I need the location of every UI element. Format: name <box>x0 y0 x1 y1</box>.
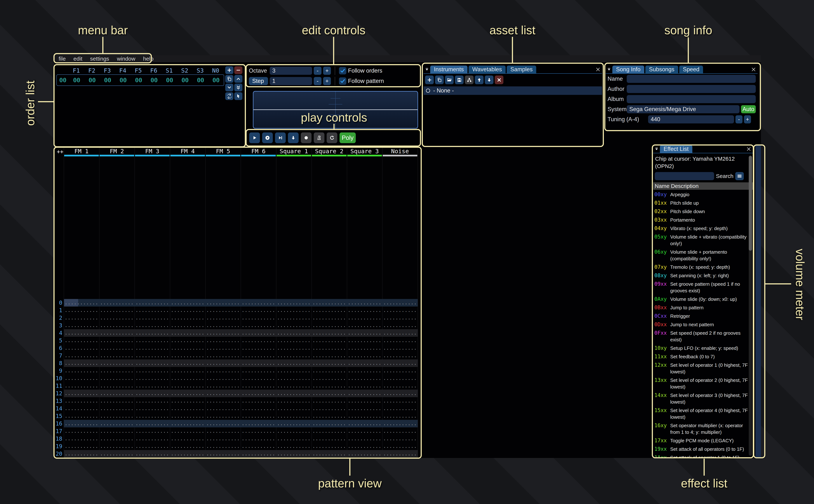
pattern-cell[interactable]: ........... <box>205 382 241 390</box>
pattern-cell[interactable]: ........... <box>64 375 99 382</box>
pattern-cell[interactable]: ........... <box>241 397 276 405</box>
pattern-cell[interactable]: ........... <box>170 359 205 367</box>
duplicate-order-end-button[interactable] <box>234 84 242 91</box>
pattern-cell[interactable]: ........... <box>347 344 382 352</box>
pattern-cell[interactable]: ........... <box>135 427 170 435</box>
pattern-cell[interactable]: ........... <box>205 375 241 382</box>
tab-song-info[interactable]: Song Info <box>612 66 644 73</box>
follow-orders-checkbox[interactable] <box>339 67 346 74</box>
pattern-cell[interactable]: ........... <box>64 314 99 322</box>
pattern-cell[interactable]: ........... <box>311 367 347 375</box>
tuning-increase-button[interactable]: + <box>744 115 751 123</box>
pattern-cell[interactable]: ........... <box>135 382 170 390</box>
scrollbar[interactable] <box>749 155 752 456</box>
pattern-row[interactable]: 18......................................… <box>55 435 418 442</box>
pattern-cell[interactable]: ........... <box>99 390 135 397</box>
pattern-cell[interactable]: ........... <box>347 352 382 359</box>
pattern-cell[interactable]: ........... <box>241 390 276 397</box>
tuning-input[interactable]: 440 <box>648 115 734 123</box>
pattern-cell[interactable]: ........... <box>276 412 311 420</box>
pattern-cell[interactable]: ........... <box>276 420 311 427</box>
system-input[interactable]: Sega Genesis/Mega Drive <box>627 105 740 113</box>
pattern-cell[interactable]: ........... <box>347 390 382 397</box>
move-order-down-button[interactable] <box>225 84 233 91</box>
order-cell[interactable]: 00 <box>131 77 146 84</box>
pattern-cell[interactable]: ........... <box>241 405 276 412</box>
pattern-cell[interactable]: ........... <box>276 337 311 344</box>
pattern-corner-button[interactable]: ++ <box>57 148 63 155</box>
pattern-cell[interactable]: ........... <box>241 375 276 382</box>
pattern-row[interactable]: 10......................................… <box>55 375 418 382</box>
pattern-row[interactable]: 8.......................................… <box>55 359 418 367</box>
album-input[interactable] <box>627 95 756 103</box>
pattern-row[interactable]: 15......................................… <box>55 412 418 420</box>
pattern-cell[interactable]: ........... <box>347 405 382 412</box>
pattern-cell[interactable]: ........... <box>276 405 311 412</box>
collapse-window-icon[interactable] <box>653 145 660 153</box>
pattern-cell[interactable]: ........... <box>99 322 135 329</box>
channel-header-noise[interactable]: Noise <box>382 148 418 155</box>
pattern-cell[interactable]: ........... <box>241 314 276 322</box>
pattern-cell[interactable]: ........... <box>64 458 99 458</box>
pattern-cell[interactable]: ........... <box>64 367 99 375</box>
pattern-cell[interactable]: ........... <box>311 382 347 390</box>
order-cell[interactable]: 00 <box>69 77 84 84</box>
pattern-cell[interactable]: ........... <box>382 442 418 450</box>
pattern-cell[interactable]: ........... <box>311 435 347 442</box>
pattern-row[interactable]: 14......................................… <box>55 405 418 412</box>
pattern-row[interactable]: 6.......................................… <box>55 344 418 352</box>
pattern-cell[interactable]: ........... <box>99 382 135 390</box>
pattern-cell[interactable]: ........... <box>170 420 205 427</box>
step-decrease-button[interactable]: - <box>314 77 321 85</box>
pattern-cell[interactable]: ........... <box>276 397 311 405</box>
play-from-beginning-button[interactable] <box>262 132 273 143</box>
pattern-cell[interactable]: ........... <box>99 337 135 344</box>
pattern-cell[interactable]: ........... <box>382 352 418 359</box>
pattern-cell[interactable]: ........... <box>99 307 135 314</box>
effect-search-input[interactable] <box>655 172 714 180</box>
pattern-cell[interactable]: ........... <box>276 322 311 329</box>
pattern-row[interactable]: 21......................................… <box>55 458 418 458</box>
pattern-cell[interactable]: ........... <box>311 375 347 382</box>
pattern-cell[interactable]: ........... <box>241 412 276 420</box>
pattern-cell[interactable]: ........... <box>64 427 99 435</box>
deep-clone-order-button[interactable] <box>225 92 233 100</box>
step-input[interactable]: 1 <box>270 77 312 85</box>
pattern-cell[interactable]: ........... <box>241 352 276 359</box>
toggle-folders-button[interactable] <box>465 76 474 84</box>
pattern-cell[interactable]: ........... <box>99 367 135 375</box>
pattern-cell[interactable]: ........... <box>382 359 418 367</box>
pattern-cell[interactable]: ........... <box>135 329 170 337</box>
pattern-row[interactable]: 17......................................… <box>55 427 418 435</box>
pattern-cell[interactable]: ........... <box>382 435 418 442</box>
pattern-cell[interactable]: ........... <box>347 412 382 420</box>
collapse-window-icon[interactable] <box>606 66 612 73</box>
pattern-cell[interactable]: ........... <box>347 359 382 367</box>
pattern-cell[interactable]: ........... <box>205 390 241 397</box>
pattern-cell[interactable]: ........... <box>276 435 311 442</box>
pattern-row[interactable]: 7.......................................… <box>55 352 418 359</box>
pattern-cell[interactable]: ........... <box>241 450 276 458</box>
pattern-cell[interactable]: ........... <box>241 337 276 344</box>
pattern-cell[interactable]: ........... <box>99 314 135 322</box>
tab-effect-list[interactable]: Effect List <box>660 145 692 153</box>
channel-header-square-2[interactable]: Square 2 <box>311 148 347 155</box>
order-cell[interactable]: 00 <box>193 77 208 84</box>
order-cell[interactable]: 00 <box>177 77 193 84</box>
pattern-cell[interactable]: ........... <box>241 322 276 329</box>
order-cell[interactable]: 00 <box>208 77 224 84</box>
pattern-cell[interactable]: ........... <box>311 390 347 397</box>
pattern-cell[interactable]: ........... <box>135 359 170 367</box>
pattern-cell[interactable]: ........... <box>99 352 135 359</box>
pattern-cell[interactable]: ........... <box>64 337 99 344</box>
pattern-row[interactable]: 20......................................… <box>55 450 418 458</box>
metronome-button[interactable] <box>314 132 324 143</box>
pattern-cell[interactable]: ........... <box>99 397 135 405</box>
pattern-cell[interactable]: ........... <box>64 442 99 450</box>
pattern-cell[interactable]: ........... <box>64 352 99 359</box>
pattern-row[interactable]: 9.......................................… <box>55 367 418 375</box>
pattern-cell[interactable]: ........... <box>382 412 418 420</box>
pattern-cell[interactable]: ........... <box>347 367 382 375</box>
pattern-cell[interactable]: ........... <box>382 390 418 397</box>
pattern-cell[interactable]: ........... <box>99 427 135 435</box>
